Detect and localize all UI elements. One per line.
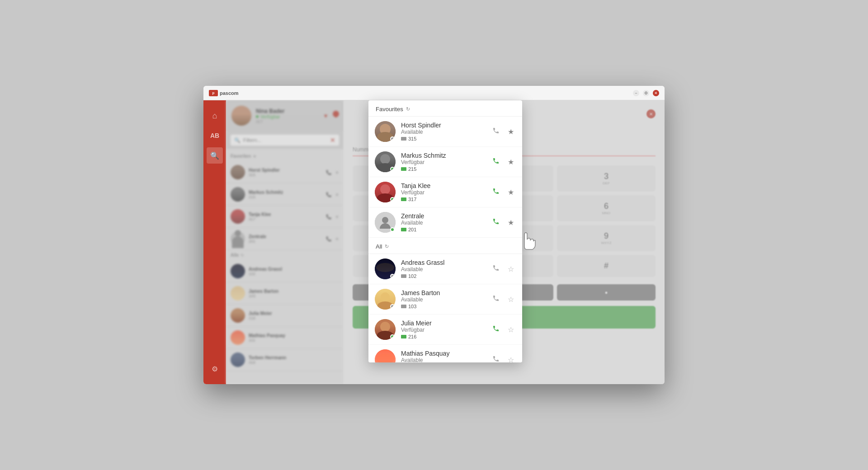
close-button[interactable]: ✕ [653,90,659,96]
list-item[interactable]: Andreas Grassl Available 102 ☆ [368,254,522,284]
contact-name: Mathias Pasquay [401,350,485,357]
avatar [375,258,396,279]
minimize-button[interactable]: − [633,90,639,96]
extension-icon [401,228,406,231]
extension-icon [401,197,406,201]
contact-info: Tanja Klee Verfügbar 317 [401,182,485,202]
list-item[interactable]: Horst Spindler Available 315 ★ [368,117,522,147]
contact-status: Available [401,220,485,226]
favourite-button[interactable]: ★ [506,156,516,168]
status-indicator [390,304,395,309]
contact-extension: 317 [401,197,485,202]
favourites-popup: Favourites ↻ Horst Spindler Available [368,100,522,362]
section-title: All [376,243,382,250]
contact-actions: ☆ [491,263,516,275]
contact-status: Verfügbar [401,327,485,333]
sidebar-item-settings[interactable]: ⚙ [207,361,223,377]
call-button[interactable] [491,293,501,306]
refresh-icon[interactable]: ↻ [406,106,410,112]
section-title: Favourites [376,106,403,113]
contact-name: Tanja Klee [401,182,485,189]
logo-icon: p [209,90,218,96]
list-item[interactable]: James Barton Available 103 ☆ [368,284,522,315]
favourite-button[interactable]: ☆ [506,293,516,306]
list-item[interactable]: Zentrale Available 201 ★ [368,207,522,238]
call-button[interactable] [491,125,501,138]
list-item[interactable]: Mathias Pasquay Available 101 ☆ [368,345,522,362]
contact-name: Markus Schmitz [401,152,485,159]
app-window: p pascom − ⚙ ✕ ⌂ AB 🔍 ⚙ [203,86,665,384]
contact-info: Mathias Pasquay Available 101 [401,350,485,362]
status-indicator [390,197,395,202]
call-button[interactable] [491,323,501,336]
sidebar-item-home[interactable]: ⌂ [207,108,223,124]
contact-info: Horst Spindler Available 315 [401,122,485,141]
contact-extension: 102 [401,273,485,279]
contact-status: Available [401,266,485,273]
extension-icon [401,137,406,141]
contact-actions: ★ [491,125,516,138]
sidebar-item-contacts[interactable]: AB [207,127,223,144]
list-item[interactable]: Julia Meier Verfügbar 216 ☆ [368,315,522,345]
contact-status: Verfügbar [401,159,485,165]
favourite-button[interactable]: ☆ [506,263,516,275]
app-title: pascom [220,90,239,96]
svg-point-0 [382,217,388,223]
app-logo: p pascom [209,90,239,96]
favourites-section-header: Favourites ↻ [368,100,522,117]
favourite-button[interactable]: ☆ [506,354,516,363]
contact-info: Markus Schmitz Verfügbar 215 [401,152,485,172]
status-indicator [390,274,395,278]
contact-actions: ★ [491,155,516,168]
all-section-header: All ↻ [368,238,522,254]
contact-extension: 201 [401,227,485,232]
contact-actions: ☆ [491,323,516,336]
contact-info: James Barton Available 103 [401,289,485,309]
contact-info: Zentrale Available 201 [401,212,485,232]
contact-status: Available [401,296,485,303]
avatar [375,182,396,202]
call-button[interactable] [491,155,501,168]
avatar [375,319,396,340]
contact-name: Zentrale [401,212,485,220]
list-item[interactable]: Markus Schmitz Verfügbar 215 ★ [368,147,522,177]
avatar [375,349,396,362]
extension-icon [401,167,406,171]
contact-status: Available [401,129,485,135]
contact-extension: 315 [401,136,485,141]
contact-name: Julia Meier [401,320,485,327]
contact-info: Julia Meier Verfügbar 216 [401,320,485,339]
contact-actions: ★ [491,216,516,229]
title-bar: p pascom − ⚙ ✕ [203,86,665,100]
contact-name: Andreas Grassl [401,259,485,266]
contact-status: Available [401,357,485,362]
popup-overlay[interactable]: Favourites ↻ Horst Spindler Available [226,100,665,384]
extension-icon [401,274,406,278]
sidebar-item-search[interactable]: 🔍 [207,147,223,164]
status-indicator [390,136,395,141]
favourite-button[interactable]: ★ [506,186,516,198]
contact-actions: ★ [491,186,516,198]
extension-icon [401,335,406,338]
status-indicator [390,227,395,232]
avatar [375,289,396,310]
avatar [375,151,396,172]
call-button[interactable] [491,263,501,275]
contact-actions: ☆ [491,353,516,362]
call-button[interactable] [491,186,501,198]
settings-button[interactable]: ⚙ [643,90,649,96]
call-button[interactable] [491,353,501,362]
sidebar: ⌂ AB 🔍 ⚙ [203,100,226,384]
list-item[interactable]: Tanja Klee Verfügbar 317 ★ [368,177,522,207]
contact-actions: ☆ [491,293,516,306]
call-button[interactable] [491,216,501,229]
avatar [375,212,396,233]
contact-extension: 215 [401,166,485,172]
extension-icon [401,305,406,308]
favourite-button[interactable]: ★ [506,216,516,229]
contact-name: James Barton [401,289,485,296]
contact-extension: 216 [401,334,485,339]
refresh-icon[interactable]: ↻ [385,244,389,249]
favourite-button[interactable]: ★ [506,126,516,138]
favourite-button[interactable]: ☆ [506,324,516,336]
